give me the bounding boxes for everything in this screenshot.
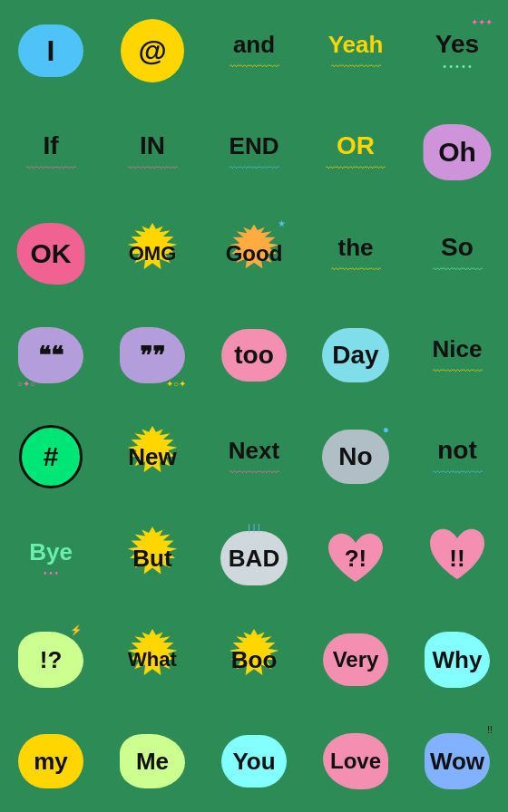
cell-next[interactable]: Next 〰〰〰〰〰 bbox=[203, 406, 305, 508]
underline-or: 〰〰〰〰〰〰 bbox=[326, 162, 386, 173]
cell-nice[interactable]: Nice 〰〰〰〰〰 bbox=[406, 304, 508, 406]
underline-not: 〰〰〰〰〰 bbox=[433, 467, 483, 478]
cell-but[interactable]: But bbox=[102, 508, 203, 609]
word-you: You bbox=[232, 748, 275, 776]
cell-very[interactable]: Very bbox=[305, 609, 406, 710]
cell-omg[interactable]: OMG bbox=[102, 203, 203, 304]
word-yes: Yes bbox=[435, 30, 479, 59]
word-in: IN bbox=[140, 131, 165, 160]
word-quote-open: ❝❝ bbox=[38, 342, 64, 370]
underline-and: 〰〰〰〰〰 bbox=[230, 61, 279, 72]
stars-yes: ✦✦✦ bbox=[471, 17, 493, 27]
word-love: Love bbox=[330, 749, 381, 774]
cell-ok[interactable]: OK bbox=[0, 203, 102, 304]
cell-quote-close[interactable]: ✦○✦ ❞❞ bbox=[102, 304, 203, 406]
word-if: If bbox=[43, 131, 58, 160]
cell-yes[interactable]: ✦✦✦ Yes • • • • • bbox=[406, 0, 508, 102]
cell-in[interactable]: IN 〰〰〰〰〰 bbox=[102, 102, 203, 203]
drip-bad: | | | bbox=[248, 523, 259, 533]
word-end: END bbox=[230, 132, 279, 160]
word-bye: Bye bbox=[29, 538, 73, 566]
word-not: not bbox=[437, 436, 477, 465]
word-the: the bbox=[338, 234, 374, 262]
cell-new[interactable]: New bbox=[102, 406, 203, 508]
word-hash: # bbox=[44, 441, 59, 472]
cell-boo[interactable]: Boo bbox=[203, 609, 305, 710]
cell-hash[interactable]: # bbox=[0, 406, 102, 508]
underline-end: 〰〰〰〰〰 bbox=[230, 162, 279, 173]
word-I: I bbox=[47, 34, 55, 68]
cell-and[interactable]: and 〰〰〰〰〰 bbox=[203, 0, 305, 102]
cell-if[interactable]: If 〰〰〰〰〰 bbox=[0, 102, 102, 203]
cell-not[interactable]: not 〰〰〰〰〰 bbox=[406, 406, 508, 508]
word-why: Why bbox=[433, 646, 483, 674]
underline-nice: 〰〰〰〰〰 bbox=[433, 365, 483, 376]
word-me: Me bbox=[136, 748, 169, 776]
word-at: @ bbox=[138, 34, 166, 68]
dots-quote1: ○✦○ bbox=[17, 379, 35, 389]
cell-no[interactable]: ● No bbox=[305, 406, 406, 508]
word-but: But bbox=[132, 545, 171, 573]
cell-wow[interactable]: !! Wow bbox=[406, 710, 508, 812]
cell-so[interactable]: So 〰〰〰〰〰 bbox=[406, 203, 508, 304]
lightning-excl: ⚡ bbox=[70, 624, 83, 636]
cell-why[interactable]: Why bbox=[406, 609, 508, 710]
word-so: So bbox=[441, 233, 474, 262]
word-what: What bbox=[128, 648, 177, 672]
word-and: and bbox=[233, 31, 275, 59]
star-good: ★ bbox=[278, 218, 286, 228]
word-boo: Boo bbox=[231, 646, 278, 674]
cell-end[interactable]: END 〰〰〰〰〰 bbox=[203, 102, 305, 203]
word-my: my bbox=[34, 748, 68, 776]
cell-my[interactable]: my bbox=[0, 710, 102, 812]
dots-yes: • • • • • bbox=[443, 61, 471, 72]
cell-yeah[interactable]: Yeah 〰〰〰〰〰 bbox=[305, 0, 406, 102]
cell-good[interactable]: ★ Good bbox=[203, 203, 305, 304]
cell-oh[interactable]: Oh bbox=[406, 102, 508, 203]
cell-bad[interactable]: | | | BAD bbox=[203, 508, 305, 609]
word-good: Good bbox=[226, 241, 283, 266]
word-day: Day bbox=[332, 341, 378, 370]
word-excl: !! bbox=[449, 545, 464, 573]
cell-the[interactable]: the 〰〰〰〰〰 bbox=[305, 203, 406, 304]
cell-quote-open[interactable]: ○✦○ ❝❝ bbox=[0, 304, 102, 406]
underline-next: 〰〰〰〰〰 bbox=[230, 467, 279, 478]
cell-love[interactable]: Love bbox=[305, 710, 406, 812]
cell-me[interactable]: Me bbox=[102, 710, 203, 812]
cell-what[interactable]: What bbox=[102, 609, 203, 710]
word-excl2: !? bbox=[40, 646, 63, 674]
word-bad: BAD bbox=[229, 545, 279, 573]
cell-qmarks[interactable]: ?! bbox=[305, 508, 406, 609]
dots-quote2: ✦○✦ bbox=[166, 379, 186, 389]
cell-day[interactable]: Day bbox=[305, 304, 406, 406]
underline-so: 〰〰〰〰〰 bbox=[433, 264, 483, 275]
bang-wow: !! bbox=[487, 724, 493, 735]
word-next: Next bbox=[229, 437, 279, 465]
word-new: New bbox=[128, 443, 176, 471]
cell-excl[interactable]: !! bbox=[406, 508, 508, 609]
dot-no: ● bbox=[383, 423, 389, 436]
sticker-grid: I @ and 〰〰〰〰〰 Yeah 〰〰〰〰〰 ✦✦✦ Yes • • • •… bbox=[0, 0, 508, 812]
word-omg: OMG bbox=[129, 242, 177, 266]
cell-you[interactable]: You bbox=[203, 710, 305, 812]
word-yeah: Yeah bbox=[328, 31, 384, 59]
word-ok: OK bbox=[31, 238, 72, 269]
cell-too[interactable]: too bbox=[203, 304, 305, 406]
word-quote-close: ❞❞ bbox=[140, 342, 165, 370]
word-too: too bbox=[234, 341, 274, 370]
word-no: No bbox=[338, 442, 372, 471]
underline-if: 〰〰〰〰〰 bbox=[26, 162, 76, 173]
underline-yeah: 〰〰〰〰〰 bbox=[331, 61, 381, 72]
word-nice: Nice bbox=[433, 335, 483, 363]
cell-or[interactable]: OR 〰〰〰〰〰〰 bbox=[305, 102, 406, 203]
underline-the: 〰〰〰〰〰 bbox=[331, 264, 381, 275]
underline-in: 〰〰〰〰〰 bbox=[128, 162, 178, 173]
word-wow: Wow bbox=[430, 748, 484, 776]
cell-at[interactable]: @ bbox=[102, 0, 203, 102]
dots-bye: • • • bbox=[44, 568, 58, 578]
cell-I[interactable]: I bbox=[0, 0, 102, 102]
cell-bye[interactable]: Bye • • • bbox=[0, 508, 102, 609]
cell-excl2[interactable]: ⚡ !? bbox=[0, 609, 102, 710]
word-qmarks: ?! bbox=[345, 545, 367, 573]
word-oh: Oh bbox=[438, 137, 476, 168]
